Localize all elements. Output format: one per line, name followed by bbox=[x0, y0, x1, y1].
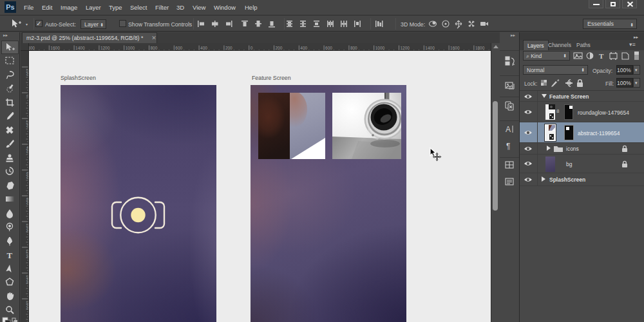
svg-text:0: 0 bbox=[251, 46, 253, 50]
svg-text:600: 600 bbox=[175, 46, 182, 50]
svg-text:A: A bbox=[506, 125, 511, 134]
svg-text:600: 600 bbox=[325, 46, 332, 50]
svg-text:1600: 1600 bbox=[450, 46, 460, 50]
svg-text:1400: 1400 bbox=[75, 46, 85, 50]
svg-text:1400: 1400 bbox=[425, 46, 435, 50]
svg-text:1800: 1800 bbox=[475, 46, 485, 50]
svg-text:1000: 1000 bbox=[375, 46, 385, 50]
svg-text:200: 200 bbox=[225, 46, 232, 50]
svg-text:T: T bbox=[7, 251, 13, 260]
svg-text:¶: ¶ bbox=[506, 142, 510, 151]
svg-text:800: 800 bbox=[151, 46, 158, 50]
svg-text:T: T bbox=[599, 52, 604, 60]
svg-text:800: 800 bbox=[350, 46, 357, 50]
svg-text:1000: 1000 bbox=[126, 46, 135, 50]
svg-text:1200: 1200 bbox=[100, 46, 110, 50]
svg-text:1200: 1200 bbox=[401, 46, 410, 50]
svg-text:1600: 1600 bbox=[50, 46, 60, 50]
svg-text:200: 200 bbox=[276, 46, 283, 50]
svg-text:400: 400 bbox=[300, 46, 307, 50]
svg-text:400: 400 bbox=[200, 46, 207, 50]
